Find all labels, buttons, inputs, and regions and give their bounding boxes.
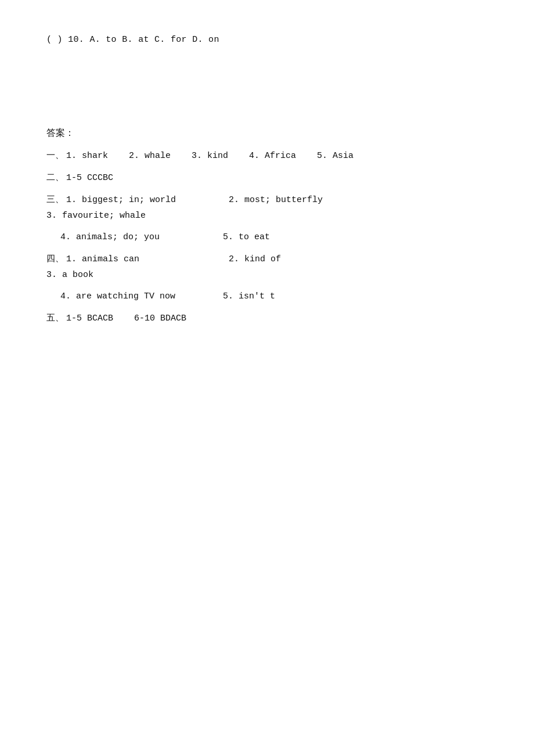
content-1: 1. shark 2. whale 3. kind 4. Africa 5. A… <box>66 148 353 164</box>
answer-row-1: 一、 1. shark 2. whale 3. kind 4. Africa 5… <box>46 147 488 164</box>
content-4-col1: 1. animals can <box>66 251 229 267</box>
answer-row-4b: 4. are watching TV now 5. isn't t <box>46 289 488 304</box>
label-3: 三、 <box>46 192 64 207</box>
answer-section: 答案： 一、 1. shark 2. whale 3. kind 4. Afri… <box>46 127 488 326</box>
question-10: ( ) 10. A. to B. at C. for D. on <box>46 35 488 45</box>
answer-row-3a: 三、 1. biggest; in; world 2. most; butter… <box>46 192 488 224</box>
answer-row-2: 二、 1-5 CCCBC <box>46 170 488 186</box>
question-10-b: B. at <box>122 35 149 45</box>
content-3b-col1: 4. animals; do; you <box>60 229 223 245</box>
answer-row-5: 五、 1-5 BCACB 6-10 BDACB <box>46 310 488 326</box>
content-2: 1-5 CCCBC <box>66 170 113 186</box>
question-10-c: C. for <box>154 35 187 45</box>
content-3-col3: 3. favourite; whale <box>46 208 174 224</box>
label-1: 一、 <box>46 147 64 163</box>
content-4b-col2: 5. isn't t <box>223 289 362 304</box>
answer-title: 答案： <box>46 127 488 139</box>
content-4b-col1: 4. are watching TV now <box>60 289 223 304</box>
content-3-col1: 1. biggest; in; world <box>66 192 229 208</box>
content-4-col2: 2. kind of <box>229 251 368 267</box>
content-4-col3: 3. a book <box>46 267 174 283</box>
label-4: 四、 <box>46 251 64 267</box>
question-10-d: D. on <box>192 35 219 45</box>
label-5: 五、 <box>46 310 64 326</box>
answer-row-4a: 四、 1. animals can 2. kind of 3. a book <box>46 251 488 283</box>
question-10-text: ( ) 10. A. to <box>46 35 117 45</box>
spacer <box>46 52 488 121</box>
answer-row-3b: 4. animals; do; you 5. to eat <box>46 229 488 245</box>
content-3-col2: 2. most; butterfly <box>229 192 368 208</box>
content-5: 1-5 BCACB 6-10 BDACB <box>66 311 186 326</box>
content-3b-col2: 5. to eat <box>223 229 362 245</box>
label-2: 二、 <box>46 170 64 185</box>
